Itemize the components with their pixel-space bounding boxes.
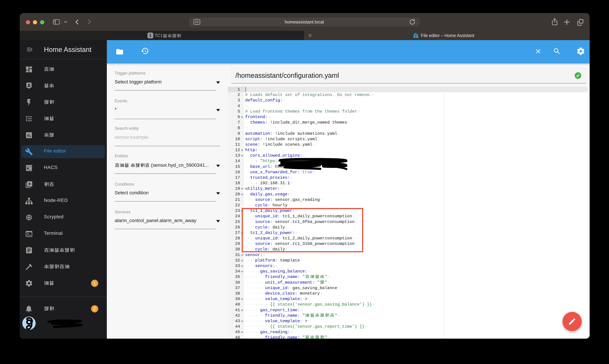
svg-text:HACS: HACS xyxy=(26,169,31,171)
